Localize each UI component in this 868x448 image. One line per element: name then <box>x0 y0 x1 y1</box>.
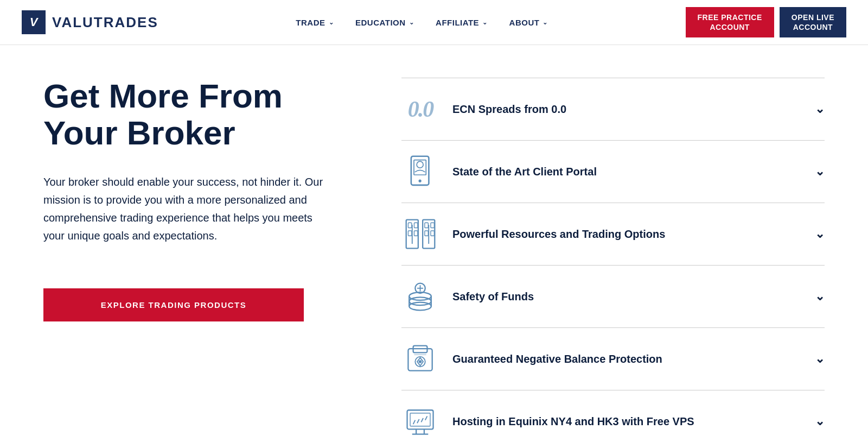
accordion-client-portal[interactable]: State of the Art Client Portal ⌄ <box>401 140 825 203</box>
resources-chevron: ⌄ <box>815 227 825 241</box>
ecn-spreads-label: ECN Spreads from 0.0 <box>452 102 802 116</box>
negative-balance-icon <box>401 340 439 378</box>
accordion-negative-balance[interactable]: Guaranteed Negative Balance Protection ⌄ <box>401 327 825 390</box>
hosting-icon <box>401 402 439 440</box>
svg-line-36 <box>421 418 423 422</box>
header-buttons: FREE PRACTICE ACCOUNT OPEN LIVE ACCOUNT <box>686 7 846 37</box>
client-portal-icon <box>401 153 439 191</box>
safety-funds-chevron: ⌄ <box>815 289 825 304</box>
accordion-hosting[interactable]: Hosting in Equinix NY4 and HK3 with Free… <box>401 390 825 448</box>
ecn-spreads-icon: 0.0 <box>401 90 439 128</box>
accordion-safety-funds[interactable]: Safety of Funds ⌄ <box>401 265 825 327</box>
svg-line-34 <box>413 420 416 424</box>
main-nav: TRADE ⌄ EDUCATION ⌄ AFFILIATE ⌄ ABOUT ⌄ <box>296 18 548 27</box>
svg-point-3 <box>419 180 422 182</box>
left-panel: Get More From Your Broker Your broker sh… <box>43 78 347 448</box>
svg-rect-24 <box>408 349 432 371</box>
svg-point-27 <box>419 360 422 363</box>
svg-rect-1 <box>414 160 426 175</box>
hosting-label: Hosting in Equinix NY4 and HK3 with Free… <box>452 414 802 428</box>
hosting-chevron: ⌄ <box>815 414 825 428</box>
accordion-ecn-spreads[interactable]: 0.0 ECN Spreads from 0.0 ⌄ <box>401 78 825 140</box>
accordion-resources[interactable]: Powerful Resources and Trading Options ⌄ <box>401 203 825 265</box>
svg-rect-9 <box>414 223 417 228</box>
hero-description: Your broker should enable your success, … <box>43 173 326 245</box>
nav-about[interactable]: ABOUT ⌄ <box>509 18 548 27</box>
safety-funds-label: Safety of Funds <box>452 289 802 304</box>
svg-point-2 <box>417 161 423 168</box>
negative-balance-chevron: ⌄ <box>815 352 825 366</box>
hero-title: Get More From Your Broker <box>43 78 347 152</box>
ecn-spreads-chevron: ⌄ <box>815 102 825 116</box>
svg-rect-15 <box>431 231 434 236</box>
free-practice-button[interactable]: FREE PRACTICE ACCOUNT <box>686 7 774 37</box>
nav-education[interactable]: EDUCATION ⌄ <box>355 18 414 27</box>
resources-label: Powerful Resources and Trading Options <box>452 227 802 241</box>
nav-trade[interactable]: TRADE ⌄ <box>296 18 334 27</box>
logo-box: V <box>22 10 46 34</box>
main-content: Get More From Your Broker Your broker sh… <box>0 45 868 448</box>
nav-about-chevron: ⌄ <box>542 19 548 26</box>
svg-rect-8 <box>408 223 411 228</box>
svg-rect-10 <box>408 231 411 236</box>
explore-trading-button[interactable]: EXPLORE TRADING PRODUCTS <box>43 288 304 321</box>
svg-rect-12 <box>425 223 428 228</box>
logo-letter: V <box>30 15 38 29</box>
nav-trade-chevron: ⌄ <box>329 19 334 26</box>
nav-affiliate[interactable]: AFFILIATE ⌄ <box>436 18 488 27</box>
svg-line-35 <box>417 419 419 423</box>
resources-icon <box>401 215 439 253</box>
client-portal-label: State of the Art Client Portal <box>452 165 802 179</box>
negative-balance-label: Guaranteed Negative Balance Protection <box>452 352 802 366</box>
safety-funds-icon <box>401 277 439 316</box>
open-live-button[interactable]: OPEN LIVE ACCOUNT <box>780 7 846 37</box>
logo[interactable]: V VALUTRADES <box>22 10 158 34</box>
client-portal-chevron: ⌄ <box>815 165 825 179</box>
nav-education-chevron: ⌄ <box>409 19 414 26</box>
logo-text: VALUTRADES <box>52 14 158 31</box>
nav-affiliate-chevron: ⌄ <box>482 19 488 26</box>
site-header: V VALUTRADES TRADE ⌄ EDUCATION ⌄ AFFILIA… <box>0 0 868 45</box>
svg-rect-14 <box>425 231 428 236</box>
svg-rect-30 <box>410 413 430 426</box>
right-panel: 0.0 ECN Spreads from 0.0 ⌄ State of the … <box>401 78 825 448</box>
svg-rect-13 <box>431 223 434 228</box>
svg-rect-11 <box>414 231 417 236</box>
svg-line-37 <box>425 416 427 420</box>
